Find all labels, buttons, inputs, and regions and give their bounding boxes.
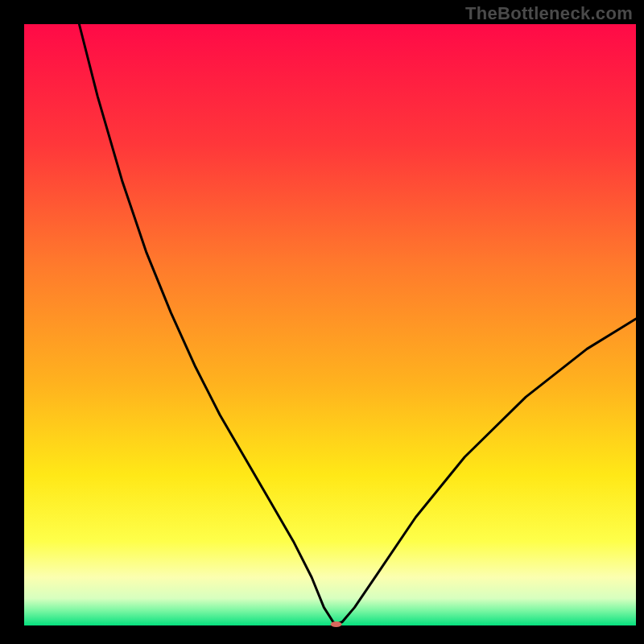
chart-frame: TheBottleneck.com xyxy=(0,0,644,644)
minimum-marker xyxy=(331,621,342,627)
bottleneck-chart xyxy=(0,0,644,644)
chart-background xyxy=(24,24,636,625)
